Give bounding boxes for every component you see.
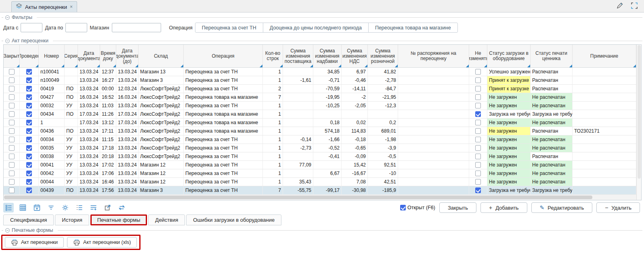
no_change-checkbox[interactable] — [475, 77, 481, 83]
open-external-icon[interactable] — [102, 203, 113, 212]
cell-posted[interactable] — [20, 186, 39, 194]
posted-checkbox[interactable] — [26, 86, 32, 92]
posted-checkbox[interactable] — [26, 179, 32, 185]
tab-revaluation-acts[interactable]: Акты переоценки × — [11, 1, 77, 12]
no_change-checkbox[interactable] — [475, 120, 481, 125]
cell-closed[interactable] — [4, 119, 20, 127]
no_change-checkbox[interactable] — [475, 94, 481, 100]
closed-checkbox[interactable] — [9, 103, 15, 108]
tab-печатные-формы[interactable]: Печатные формы — [90, 214, 147, 225]
collapse-icon[interactable] — [5, 228, 10, 233]
no_change-checkbox[interactable] — [475, 137, 481, 142]
tab-история[interactable]: История — [55, 214, 89, 225]
cell-no_change[interactable] — [469, 93, 487, 101]
settings-icon[interactable] — [60, 203, 70, 212]
column-header-closed[interactable]: Закрыт — [4, 45, 20, 67]
posted-checkbox[interactable] — [26, 137, 32, 142]
collapse-icon[interactable] — [5, 15, 10, 20]
no_change-checkbox[interactable] — [475, 111, 481, 117]
column-header-date[interactable]: Дата документа — [78, 45, 100, 67]
store-input[interactable] — [112, 23, 161, 32]
operation-filter-button[interactable]: Переоценка за счет ТН — [195, 23, 263, 33]
cell-posted[interactable] — [20, 127, 39, 135]
cell-posted[interactable] — [20, 76, 39, 84]
grid-view-icon[interactable] — [17, 203, 28, 212]
column-header-note[interactable]: Примечание — [573, 45, 636, 67]
add-list-icon[interactable] — [88, 203, 99, 212]
posted-checkbox[interactable] — [26, 120, 32, 125]
posted-checkbox[interactable] — [26, 145, 32, 151]
closed-checkbox[interactable] — [9, 162, 15, 168]
scrollbar-thumb[interactable] — [4, 196, 592, 199]
cell-posted[interactable] — [20, 119, 39, 127]
table-row[interactable]: 00042УУ13.03.2417:0613.03.24Магазин 12Пе… — [4, 169, 636, 178]
table-row[interactable]: 00419ПО13.03.2400:0012.03.24ЛюксСофтТрей… — [4, 85, 636, 93]
no_change-checkbox[interactable] — [475, 154, 481, 159]
cell-no_change[interactable] — [469, 152, 487, 160]
print-form-button[interactable]: Акт переоценки (xls) — [67, 237, 137, 248]
closed-checkbox[interactable] — [9, 137, 15, 142]
column-header-posted[interactable]: Проведен — [20, 45, 39, 67]
cell-closed[interactable] — [4, 68, 20, 76]
list-view-icon[interactable] — [3, 203, 14, 212]
table-row[interactable]: п10004113.03.2412:3713.03.24Магазин 13Пе… — [4, 68, 636, 76]
posted-checkbox[interactable] — [26, 111, 32, 117]
no_change-checkbox[interactable] — [475, 145, 481, 151]
no_change-checkbox[interactable] — [475, 179, 481, 185]
print-form-button[interactable]: Акт переоценки — [5, 237, 64, 248]
column-header-operation[interactable]: Операция — [184, 45, 263, 67]
cell-closed[interactable] — [4, 135, 20, 144]
posted-checkbox[interactable] — [26, 128, 32, 134]
no_change-checkbox[interactable] — [475, 171, 481, 176]
cell-no_change[interactable] — [469, 102, 487, 110]
cell-closed[interactable] — [4, 152, 20, 160]
closed-checkbox[interactable] — [9, 69, 15, 75]
open-checkbox-wrap[interactable]: Открыт (F6) — [400, 205, 435, 210]
no_change-checkbox[interactable] — [475, 103, 481, 108]
table-row[interactable]: 00032УУ13.03.2411:0313.03.24ЛюксСофтТрей… — [4, 102, 636, 110]
no_change-checkbox[interactable] — [475, 86, 481, 92]
no_change-checkbox[interactable] — [475, 162, 481, 168]
cell-closed[interactable] — [4, 169, 20, 177]
column-header-date_to[interactable]: Дата документа (до) — [116, 45, 138, 67]
posted-checkbox[interactable] — [26, 187, 32, 193]
cell-closed[interactable] — [4, 178, 20, 186]
cell-closed[interactable] — [4, 186, 20, 194]
cell-posted[interactable] — [20, 102, 39, 110]
cell-posted[interactable] — [20, 178, 39, 186]
refresh-icon[interactable] — [116, 203, 127, 212]
posted-checkbox[interactable] — [26, 77, 32, 83]
column-header-sum_markup[interactable]: Сумма изменения надбавки — [313, 45, 342, 67]
cell-no_change[interactable] — [469, 135, 487, 144]
cell-no_change[interactable] — [469, 161, 487, 169]
cell-posted[interactable] — [20, 169, 39, 177]
calendar-view-icon[interactable] — [31, 203, 42, 212]
table-row[interactable]: 00436ПО13.03.2417:1113.03.24ЛюксСофтТрей… — [4, 127, 636, 135]
posted-checkbox[interactable] — [26, 154, 32, 159]
no_change-checkbox[interactable] — [475, 187, 481, 193]
closed-checkbox[interactable] — [9, 145, 15, 151]
column-header-warehouse[interactable]: Склад — [138, 45, 184, 67]
cell-closed[interactable] — [4, 110, 20, 118]
table-row[interactable]: 117.03.2413:1217.03.24ЛюксСофтТрейд2Пере… — [4, 119, 636, 127]
cell-no_change[interactable] — [469, 76, 487, 84]
fullscreen-icon[interactable] — [630, 2, 638, 10]
cell-no_change[interactable] — [469, 178, 487, 186]
table-row[interactable]: 00044УУ13.03.2416:4613.03.24Магазин 12Пе… — [4, 178, 636, 186]
closed-checkbox[interactable] — [9, 128, 15, 134]
add-button[interactable]: +Добавить — [480, 202, 527, 213]
horizontal-scrollbar[interactable] — [4, 195, 636, 200]
cell-no_change[interactable] — [469, 144, 487, 152]
table-row[interactable]: 00041УУ13.03.2417:0213.03.24Магазин 12Пе… — [4, 161, 636, 169]
table-row[interactable]: п10004913.03.2416:2713.03.24Магазин 3Пер… — [4, 76, 636, 85]
column-header-sum_supplier[interactable]: Сумма изменения поставщика — [283, 45, 313, 67]
cell-no_change[interactable] — [469, 127, 487, 135]
cell-posted[interactable] — [20, 144, 39, 152]
posted-checkbox[interactable] — [26, 162, 32, 168]
cell-posted[interactable] — [20, 85, 39, 93]
column-header-load_status[interactable]: Статус загрузки в оборудование — [487, 45, 531, 67]
cell-closed[interactable] — [4, 76, 20, 84]
tab-действия[interactable]: Действия — [148, 214, 185, 225]
tab-close-icon[interactable]: × — [70, 4, 73, 10]
table-row[interactable]: 00035УУ13.03.2417:1813.03.24ЛюксСофтТрей… — [4, 144, 636, 152]
